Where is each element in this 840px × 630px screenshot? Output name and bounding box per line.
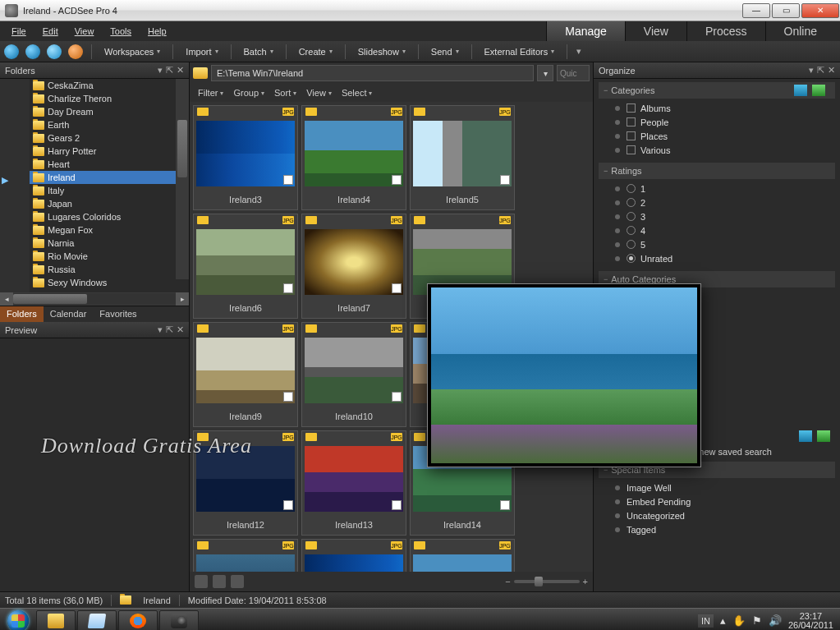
path-input[interactable] <box>211 65 534 81</box>
tb-batch[interactable]: Batch▾ <box>239 45 278 58</box>
footer-icon[interactable] <box>231 575 244 588</box>
tray-volume-icon[interactable]: 🔊 <box>769 614 782 627</box>
btn-select[interactable]: Select▾ <box>338 86 376 99</box>
scroll-right-button[interactable]: ▸ <box>176 292 189 306</box>
close-button[interactable]: ✕ <box>801 3 839 18</box>
thumbnail[interactable]: JPGIreland10 <box>301 322 406 427</box>
folder-row[interactable]: Megan Fox <box>30 223 189 237</box>
folder-row[interactable]: Charlize Theron <box>30 92 189 105</box>
checkbox[interactable] <box>627 117 636 126</box>
toolbar-overflow-icon[interactable]: ▾ <box>576 46 581 57</box>
mode-view[interactable]: View <box>625 21 686 41</box>
add-category-icon[interactable] <box>812 85 825 96</box>
thumbnail[interactable]: JPGIreland5 <box>410 105 515 210</box>
thumbnail-checkbox[interactable] <box>283 283 293 293</box>
rating-row[interactable]: 5 <box>615 237 835 251</box>
mode-online[interactable]: Online <box>765 21 835 41</box>
thumbnail[interactable]: JPGIreland12 <box>193 430 298 536</box>
folder-tree[interactable]: ▶ CeskaZimaCharlize TheronDay DreamEarth… <box>0 79 189 292</box>
start-button[interactable] <box>2 609 34 631</box>
folder-row[interactable]: Russia <box>30 263 189 276</box>
radio[interactable] <box>627 184 636 193</box>
thumbnail-checkbox[interactable] <box>392 500 402 510</box>
checkbox[interactable] <box>627 131 636 140</box>
thumbnail-checkbox[interactable] <box>392 392 402 402</box>
folder-row[interactable]: Gears 2 <box>30 131 189 145</box>
radio[interactable] <box>627 240 636 249</box>
nav-home-icon[interactable] <box>68 44 83 59</box>
checkbox[interactable] <box>627 103 636 113</box>
tab-calendar[interactable]: Calendar <box>44 306 94 322</box>
radio[interactable] <box>627 254 636 263</box>
special-row[interactable]: Tagged <box>615 522 835 536</box>
folder-row[interactable]: Earth <box>30 118 189 131</box>
footer-icon[interactable] <box>213 575 226 588</box>
thumbnail[interactable]: JPG <box>193 539 298 572</box>
thumbnail[interactable]: JPGIreland9 <box>193 322 298 427</box>
tree-vscroll[interactable] <box>176 79 189 279</box>
pin-icon[interactable]: ⇱ <box>166 65 173 76</box>
folder-row[interactable]: Japan <box>30 197 189 210</box>
rating-row[interactable]: 1 <box>615 182 835 195</box>
category-row[interactable]: Places <box>615 129 835 143</box>
category-row[interactable]: Various <box>615 143 835 157</box>
tray-flag-icon[interactable]: ⚑ <box>752 614 762 627</box>
thumbnail[interactable]: JPGIreland6 <box>193 214 298 319</box>
category-icon[interactable] <box>794 85 807 96</box>
radio[interactable] <box>627 226 636 235</box>
minimize-button[interactable]: — <box>742 3 770 18</box>
slider-thumb[interactable] <box>535 577 543 586</box>
thumbnail-checkbox[interactable] <box>283 175 293 185</box>
path-dropdown-button[interactable]: ▾ <box>537 65 553 81</box>
btn-view[interactable]: View▾ <box>303 86 335 99</box>
mode-process[interactable]: Process <box>686 21 765 41</box>
panel-menu-icon[interactable]: ▾ <box>158 65 163 76</box>
maximize-button[interactable]: ▭ <box>772 3 800 18</box>
scroll-left-button[interactable]: ◂ <box>0 292 13 306</box>
taskbar-notepad[interactable] <box>77 610 117 631</box>
tab-favorites[interactable]: Favorites <box>93 306 143 322</box>
thumbnail-checkbox[interactable] <box>500 175 510 185</box>
tray-up-icon[interactable]: ▴ <box>720 614 726 627</box>
taskbar-acdsee[interactable] <box>159 610 199 631</box>
footer-icon[interactable] <box>195 575 208 588</box>
tb-external-editors[interactable]: External Editors▾ <box>480 45 560 58</box>
menu-file[interactable]: File <box>5 25 33 38</box>
folder-row[interactable]: Sexy Windows <box>30 276 189 289</box>
thumbnail[interactable]: JPGIreland4 <box>301 105 406 210</box>
folder-row[interactable]: Narnia <box>30 237 189 250</box>
taskbar-explorer[interactable] <box>36 610 76 631</box>
search-icon[interactable] <box>799 430 812 442</box>
btn-filter[interactable]: Filter▾ <box>195 86 227 99</box>
tray-hand-icon[interactable]: ✋ <box>732 614 746 627</box>
folder-row[interactable]: Ireland <box>30 171 189 184</box>
rating-row[interactable]: 4 <box>615 223 835 237</box>
tb-send[interactable]: Send▾ <box>426 45 464 58</box>
mode-manage[interactable]: Manage <box>546 21 625 41</box>
panel-close-icon[interactable]: ✕ <box>828 65 835 76</box>
folder-row[interactable]: Rio Movie <box>30 250 189 263</box>
special-row[interactable]: Image Well <box>615 481 835 494</box>
folder-row[interactable]: Day Dream <box>30 105 189 118</box>
category-row[interactable]: People <box>615 115 835 129</box>
panel-close-icon[interactable]: ✕ <box>177 324 184 335</box>
panel-menu-icon[interactable]: ▾ <box>809 65 814 76</box>
language-indicator[interactable]: IN <box>698 614 714 628</box>
menu-help[interactable]: Help <box>141 25 173 38</box>
thumbnail-checkbox[interactable] <box>283 500 293 510</box>
nav-up-icon[interactable] <box>47 44 62 59</box>
nav-back-icon[interactable] <box>4 44 19 59</box>
taskbar-firefox[interactable] <box>118 610 158 631</box>
rating-row[interactable]: 3 <box>615 209 835 223</box>
clock[interactable]: 23:17 26/04/2011 <box>788 612 833 630</box>
add-search-icon[interactable] <box>817 430 830 442</box>
menu-view[interactable]: View <box>68 25 101 38</box>
scrollbar-thumb[interactable] <box>177 120 187 177</box>
menu-edit[interactable]: Edit <box>36 25 65 38</box>
folder-row[interactable]: Italy <box>30 184 189 197</box>
nav-forward-icon[interactable] <box>25 44 40 59</box>
thumbnail[interactable]: JPGIreland3 <box>193 105 298 210</box>
special-row[interactable]: Uncategorized <box>615 508 835 522</box>
tb-workspaces[interactable]: Workspaces▾ <box>99 45 165 58</box>
btn-group[interactable]: Group▾ <box>230 86 268 99</box>
